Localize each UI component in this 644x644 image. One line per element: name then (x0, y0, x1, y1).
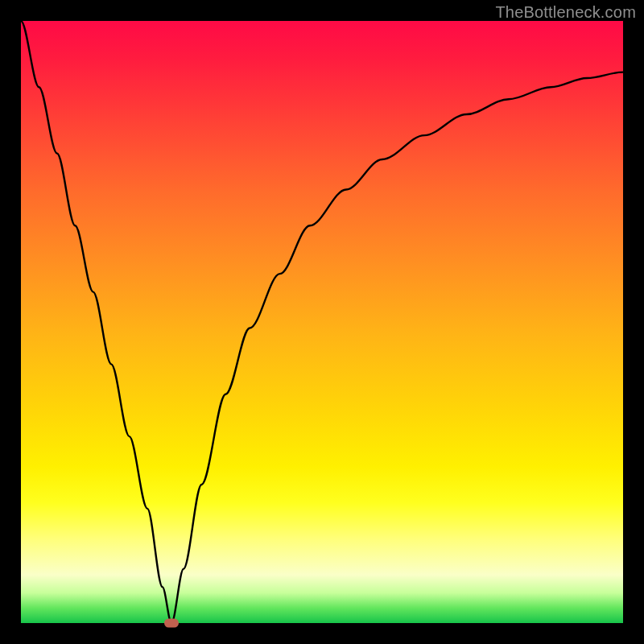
watermark-text: TheBottleneck.com (495, 3, 636, 22)
bottleneck-curve (21, 21, 623, 623)
chart-frame: TheBottleneck.com (0, 0, 644, 644)
plot-area (21, 21, 623, 623)
min-marker-icon (164, 619, 179, 628)
